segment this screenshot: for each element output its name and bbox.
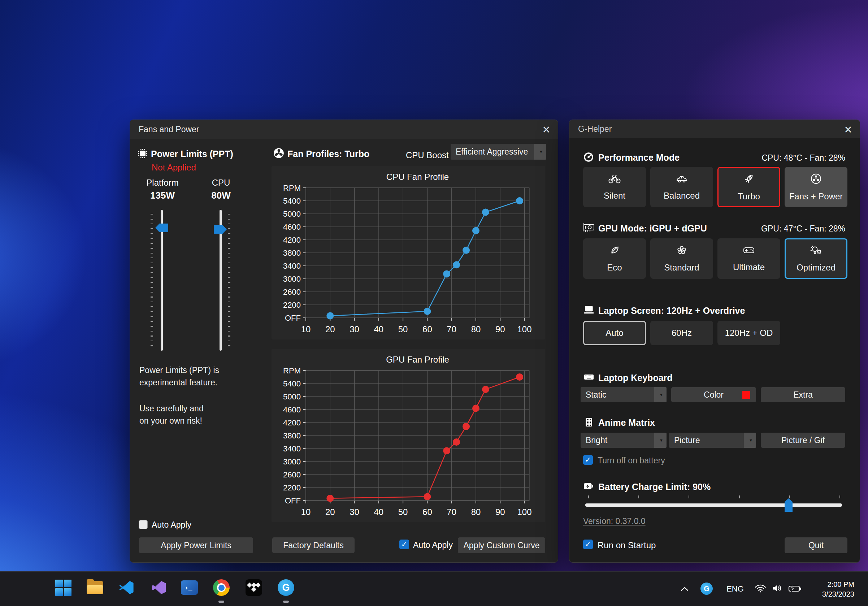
screen-button-auto[interactable]: Auto: [583, 321, 646, 345]
cpu-boost-dropdown[interactable]: Efficient Aggressive: [451, 144, 546, 160]
svg-text:4600: 4600: [283, 222, 301, 231]
desktop: Fans and Power Power Limits (PPT) Not Ap…: [0, 0, 868, 606]
anime-brightness-value: Bright: [586, 436, 607, 445]
battery-slider-track[interactable]: [585, 504, 842, 507]
gpu-button-eco[interactable]: Eco: [583, 239, 646, 279]
apply-custom-curve-button[interactable]: Apply Custom Curve: [458, 537, 545, 553]
ghelper-titlebar[interactable]: G-Helper: [569, 120, 860, 138]
platform-slider-thumb[interactable]: [155, 223, 168, 232]
taskbar-ghelper[interactable]: [277, 579, 294, 596]
power-limits-status: Not Applied: [152, 163, 196, 173]
mode-button-turbo[interactable]: Turbo: [718, 167, 780, 207]
mode-button-silent[interactable]: Silent: [583, 167, 646, 207]
car-icon: [675, 174, 688, 186]
gpu-button-standard[interactable]: Standard: [650, 239, 713, 279]
svg-text:10: 10: [301, 507, 311, 517]
curve-auto-apply-checkbox[interactable]: [399, 539, 409, 549]
anime-battery-checkbox[interactable]: [583, 455, 593, 465]
start-button[interactable]: [54, 579, 72, 596]
svg-text:30: 30: [350, 507, 359, 517]
tray-clock[interactable]: 2:00 PM 3/23/2023: [822, 580, 854, 599]
anime-brightness-dropdown[interactable]: Bright: [581, 432, 666, 448]
svg-text:3800: 3800: [283, 431, 301, 440]
mode-button-balanced[interactable]: Balanced: [650, 167, 713, 207]
screen-button-120hz-od[interactable]: 120Hz + OD: [718, 321, 780, 345]
taskbar-vscode[interactable]: [118, 579, 135, 596]
tray-battery-button[interactable]: [788, 584, 802, 594]
anime-picture-gif-button[interactable]: Picture / Gif: [761, 432, 845, 448]
svg-text:4600: 4600: [283, 405, 301, 414]
svg-text:50: 50: [398, 507, 408, 517]
battery-slider-thumb[interactable]: [784, 498, 792, 512]
keyboard-icon: [583, 372, 595, 384]
svg-text:70: 70: [446, 507, 456, 517]
taskbar-powershell[interactable]: [181, 579, 198, 596]
taskbar-visual-studio[interactable]: [150, 579, 167, 596]
svg-text:3800: 3800: [283, 248, 301, 257]
taskbar-chrome[interactable]: [213, 579, 230, 596]
platform-slider-label: Platform 135W: [133, 178, 191, 201]
fan-icon: [273, 147, 285, 160]
battery-limit-title: Battery Charge Limit: 90%: [598, 482, 711, 492]
anime-mode-dropdown[interactable]: Picture: [669, 432, 756, 448]
svg-text:80: 80: [471, 507, 481, 517]
close-icon[interactable]: [539, 123, 553, 136]
svg-text:2600: 2600: [283, 470, 301, 479]
keyboard-color-button[interactable]: Color: [671, 387, 756, 402]
svg-text:30: 30: [350, 324, 359, 334]
tray-chevron-button[interactable]: [679, 584, 690, 594]
g-helper-tray-icon: [701, 583, 713, 595]
svg-text:2200: 2200: [283, 301, 301, 310]
platform-slider-ticks: [150, 214, 153, 348]
fans-window-titlebar[interactable]: Fans and Power: [130, 120, 558, 139]
gpu-button-label: Optimized: [797, 263, 835, 273]
mode-button-fans-power[interactable]: Fans + Power: [784, 167, 848, 207]
factory-defaults-button[interactable]: Factory Defaults: [272, 537, 355, 553]
battery-icon: [583, 481, 594, 493]
gpu-button-optimized[interactable]: Optimized: [784, 239, 848, 279]
power-limits-title: Power Limits (PPT): [151, 149, 233, 159]
g-helper-window: G-Helper Performance Mode CPU: 48°C - Fa…: [569, 119, 860, 563]
mode-button-label: Turbo: [738, 191, 760, 201]
apply-power-limits-button[interactable]: Apply Power Limits: [139, 537, 253, 553]
svg-text:80: 80: [471, 324, 481, 334]
matrix-icon: [584, 417, 594, 429]
cpu-fan-profile-chart[interactable]: CPU Fan ProfileRPM5400500046004200380034…: [271, 166, 545, 339]
gpu-fan-profile-chart[interactable]: GPU Fan ProfileRPM5400500046004200380034…: [271, 349, 545, 522]
close-icon[interactable]: [841, 123, 856, 136]
chevron-up-icon: [680, 586, 689, 592]
power-auto-apply-checkbox[interactable]: [139, 520, 148, 529]
leaf-icon: [609, 245, 620, 258]
svg-text:2200: 2200: [283, 483, 301, 492]
gpu-temp-status: GPU: 47°C - Fan: 28%: [761, 224, 845, 234]
tray-wifi-button[interactable]: [754, 583, 767, 594]
screen-button-60hz[interactable]: 60Hz: [650, 321, 713, 345]
cpu-temp-status: CPU: 48°C - Fan: 28%: [761, 153, 845, 163]
keyboard-mode-dropdown[interactable]: Static: [581, 387, 666, 402]
gpu-button-label: Ultimate: [733, 262, 765, 272]
gpu-mode-title: GPU Mode: iGPU + dGPU: [598, 223, 707, 234]
taskbar-file-explorer[interactable]: [86, 579, 104, 596]
gamepad-icon: [742, 245, 755, 258]
fan-profiles-title: Fan Profiles: Turbo: [287, 149, 369, 159]
run-on-startup-checkbox[interactable]: [583, 539, 593, 549]
gpu-button-ultimate[interactable]: Ultimate: [718, 239, 780, 279]
tray-language[interactable]: ENG: [724, 584, 746, 594]
laptop-icon: [583, 305, 595, 316]
powershell-icon: [181, 580, 198, 595]
cpu-slider-thumb[interactable]: [214, 225, 227, 234]
svg-text:100: 100: [518, 324, 532, 334]
svg-text:RPM: RPM: [283, 366, 301, 375]
keyboard-extra-button[interactable]: Extra: [761, 387, 845, 402]
curve-auto-apply-label: Auto Apply: [413, 540, 453, 550]
gpu-card-icon: [583, 222, 595, 235]
tray-ghelper-icon[interactable]: [701, 583, 713, 595]
gauge-icon: [583, 152, 594, 164]
version-link[interactable]: Version: 0.37.0.0: [583, 516, 646, 526]
taskbar-tidal[interactable]: [245, 579, 262, 596]
mode-button-label: Silent: [604, 191, 625, 201]
fans-window-title: Fans and Power: [139, 120, 199, 139]
tray-volume-button[interactable]: [771, 583, 784, 594]
chip-icon: [137, 148, 148, 160]
quit-button[interactable]: Quit: [784, 537, 848, 553]
